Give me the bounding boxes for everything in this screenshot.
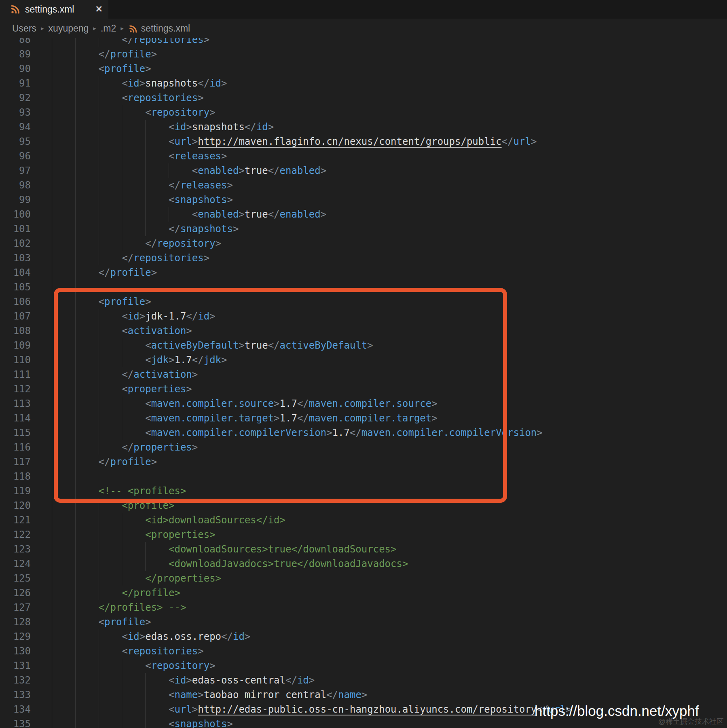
indent-guide bbox=[75, 644, 99, 658]
code-text: <profile> bbox=[52, 498, 174, 513]
line-number: 125 bbox=[0, 571, 31, 586]
breadcrumb-item-settings.xml[interactable]: settings.xml bbox=[141, 23, 190, 34]
tab-settings-xml[interactable]: settings.xml ✕ bbox=[0, 0, 108, 19]
code-line[interactable]: 101</snapshots> bbox=[0, 222, 727, 236]
code-line[interactable]: 92<repositories> bbox=[0, 91, 727, 105]
line-number: 92 bbox=[0, 91, 31, 105]
tab-bar: settings.xml ✕ bbox=[0, 0, 727, 19]
code-text: <snapshots> bbox=[52, 717, 233, 728]
indent-guide bbox=[145, 149, 169, 163]
code-line[interactable]: 89</profile> bbox=[0, 47, 727, 61]
code-line[interactable]: 127</profiles> --> bbox=[0, 600, 727, 615]
code-editor: 88</repositories>89</profile>90<profile>… bbox=[0, 32, 727, 728]
breadcrumb-item-m2[interactable]: .m2 bbox=[101, 23, 116, 34]
code-line[interactable]: 123<downloadSources>true</downloadSource… bbox=[0, 542, 727, 557]
code-line[interactable]: 105 bbox=[0, 280, 727, 294]
code-line[interactable]: 113<maven.compiler.source>1.7</maven.com… bbox=[0, 396, 727, 411]
indent-guide bbox=[52, 338, 75, 353]
code-line[interactable]: 91<id>snapshots</id> bbox=[0, 76, 727, 91]
line-number: 119 bbox=[0, 484, 31, 498]
close-icon[interactable]: ✕ bbox=[95, 5, 103, 14]
code-line[interactable]: 125</properties> bbox=[0, 571, 727, 586]
code-line[interactable]: 106<profile> bbox=[0, 294, 727, 309]
indent-guide bbox=[122, 673, 145, 688]
indent-guide bbox=[99, 149, 122, 163]
code-line[interactable]: 133<name>taobao mirror central</name> bbox=[0, 688, 727, 702]
breadcrumb-item-users[interactable]: Users bbox=[12, 23, 36, 34]
code-line[interactable]: 90<profile> bbox=[0, 61, 727, 76]
indent-guide bbox=[145, 134, 169, 149]
line-number: 112 bbox=[0, 382, 31, 396]
indent-guide bbox=[122, 411, 145, 425]
line-number: 108 bbox=[0, 324, 31, 338]
indent-guide bbox=[99, 309, 122, 324]
code-text: <name>taobao mirror central</name> bbox=[52, 688, 367, 702]
code-line[interactable]: 116</properties> bbox=[0, 440, 727, 455]
code-line[interactable]: 132<id>edas-oss-central</id> bbox=[0, 673, 727, 688]
line-number: 127 bbox=[0, 600, 31, 615]
indent-guide bbox=[99, 629, 122, 644]
code-line[interactable]: 94<id>snapshots</id> bbox=[0, 120, 727, 134]
line-number: 121 bbox=[0, 513, 31, 527]
code-line[interactable]: 107<id>jdk-1.7</id> bbox=[0, 309, 727, 324]
indent-guide bbox=[99, 440, 122, 455]
code-line[interactable]: 112<properties> bbox=[0, 382, 727, 396]
code-line[interactable]: 122<properties> bbox=[0, 527, 727, 542]
indent-guide bbox=[75, 324, 99, 338]
indent-guide bbox=[99, 542, 122, 557]
code-text: <url>http://maven.flaginfo.cn/nexus/cont… bbox=[52, 134, 537, 149]
code-line[interactable]: 95<url>http://maven.flaginfo.cn/nexus/co… bbox=[0, 134, 727, 149]
code-line[interactable]: 100<enabled>true</enabled> bbox=[0, 207, 727, 222]
code-line[interactable]: 114<maven.compiler.target>1.7</maven.com… bbox=[0, 411, 727, 425]
code-line[interactable]: 103</repositories> bbox=[0, 251, 727, 265]
indent-guide bbox=[122, 193, 145, 207]
indent-guide bbox=[99, 498, 122, 513]
code-line[interactable]: 99<snapshots> bbox=[0, 193, 727, 207]
code-line[interactable]: 121<id>downloadSources</id> bbox=[0, 513, 727, 527]
code-text: <profile> bbox=[52, 61, 151, 76]
indent-guide bbox=[75, 688, 99, 702]
indent-guide bbox=[75, 586, 99, 600]
indent-guide bbox=[122, 557, 145, 571]
indent-guide bbox=[52, 425, 75, 440]
indent-guide bbox=[122, 688, 145, 702]
code-line[interactable]: 111</activation> bbox=[0, 367, 727, 382]
indent-guide bbox=[75, 163, 99, 178]
code-line[interactable]: 119<!-- <profiles> bbox=[0, 484, 727, 498]
code-line[interactable]: 115<maven.compiler.compilerVersion>1.7</… bbox=[0, 425, 727, 440]
indent-guide bbox=[99, 353, 122, 367]
code-line[interactable]: 126</profile> bbox=[0, 586, 727, 600]
code-line[interactable]: 128<profile> bbox=[0, 615, 727, 629]
code-line[interactable]: 131<repository> bbox=[0, 658, 727, 673]
code-line[interactable]: 130<repositories> bbox=[0, 644, 727, 658]
indent-guide bbox=[122, 571, 145, 586]
code-line[interactable]: 117</profile> bbox=[0, 455, 727, 469]
code-line[interactable]: 108<activation> bbox=[0, 324, 727, 338]
line-number: 132 bbox=[0, 673, 31, 688]
code-line[interactable]: 93<repository> bbox=[0, 105, 727, 120]
indent-guide bbox=[122, 178, 145, 193]
indent-guide bbox=[75, 207, 99, 222]
code-text: </profile> bbox=[52, 586, 180, 600]
code-text: </profile> bbox=[52, 47, 157, 61]
code-line[interactable]: 129<id>edas.oss.repo</id> bbox=[0, 629, 727, 644]
indent-guide bbox=[52, 688, 75, 702]
breadcrumb-item-xuyupeng[interactable]: xuyupeng bbox=[49, 23, 89, 34]
code-line[interactable]: 102</repository> bbox=[0, 236, 727, 251]
code-line[interactable]: 124<downloadJavadocs>true</downloadJavad… bbox=[0, 557, 727, 571]
code-text: <jdk>1.7</jdk> bbox=[52, 353, 227, 367]
code-line[interactable]: 120<profile> bbox=[0, 498, 727, 513]
code-line[interactable]: 109<activeByDefault>true</activeByDefaul… bbox=[0, 338, 727, 353]
code-line[interactable]: 96<releases> bbox=[0, 149, 727, 163]
line-number: 131 bbox=[0, 658, 31, 673]
code-text: <maven.compiler.target>1.7</maven.compil… bbox=[52, 411, 437, 425]
line-number: 107 bbox=[0, 309, 31, 324]
line-number: 123 bbox=[0, 542, 31, 557]
indent-guide bbox=[75, 615, 99, 629]
code-line[interactable]: 98</releases> bbox=[0, 178, 727, 193]
code-line[interactable]: 97<enabled>true</enabled> bbox=[0, 163, 727, 178]
code-line[interactable]: 118 bbox=[0, 469, 727, 484]
chevron-right-icon: ▸ bbox=[41, 25, 44, 32]
code-line[interactable]: 104</profile> bbox=[0, 265, 727, 280]
code-line[interactable]: 110<jdk>1.7</jdk> bbox=[0, 353, 727, 367]
